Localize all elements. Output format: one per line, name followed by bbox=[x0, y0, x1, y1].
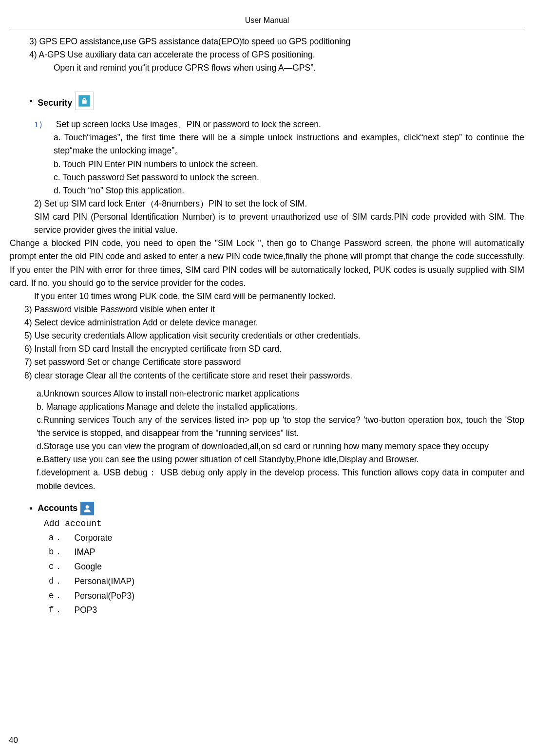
account-text: Google bbox=[75, 560, 102, 574]
security-item-6: 6) Install from SD card Install the encr… bbox=[10, 342, 524, 356]
item-number-1: 1） bbox=[34, 118, 47, 131]
security-item-1a: a. Touch“images”, the first time there w… bbox=[10, 131, 524, 157]
account-text: POP3 bbox=[75, 603, 97, 618]
security-item-4: 4) Select device administration Add or d… bbox=[10, 316, 524, 329]
person-icon bbox=[80, 502, 94, 515]
security-item-1: 1） Set up screen locks Use images、PIN or… bbox=[34, 118, 524, 131]
gps-line-4: 4) A-GPS Use auxiliary data can accelera… bbox=[10, 48, 524, 61]
account-item-e: e．Personal(PoP3) bbox=[49, 589, 524, 604]
add-account-label: Add account bbox=[10, 517, 524, 531]
account-text: Corporate bbox=[75, 531, 113, 546]
account-item-d: d．Personal(IMAP) bbox=[49, 574, 524, 589]
accounts-list: a．Corporate b．IMAP c．Google d．Personal(I… bbox=[10, 531, 524, 618]
security-item-7: 7) set password Set or change Certificat… bbox=[10, 356, 524, 369]
bullet-icon: ● bbox=[29, 504, 33, 513]
sub-b: b. Manage applications Manage and delete… bbox=[10, 400, 524, 414]
bullet-icon: ● bbox=[29, 96, 33, 106]
gps-line-3: 3) GPS EPO assistance,use GPS assistance… bbox=[10, 35, 524, 48]
security-item-5: 5) Use security credentials Allow applic… bbox=[10, 329, 524, 342]
security-item-3: 3) Password visible Password visible whe… bbox=[10, 303, 524, 316]
security-item-1d: d. Touch “no” Stop this application. bbox=[10, 184, 524, 197]
svg-point-1 bbox=[86, 505, 89, 509]
accounts-label: Accounts bbox=[38, 502, 77, 515]
sub-e: e.Battery use you can see the using powe… bbox=[10, 453, 524, 466]
lock-icon bbox=[75, 92, 94, 110]
security-item-1c: c. Touch password Set password to unlock… bbox=[10, 171, 524, 184]
account-letter: d． bbox=[49, 574, 63, 589]
account-text: IMAP bbox=[75, 545, 95, 560]
sub-a: a.Unknown sources Allow to install non-e… bbox=[10, 387, 524, 400]
account-letter: c． bbox=[49, 560, 63, 574]
page-number: 40 bbox=[9, 736, 18, 745]
account-item-a: a．Corporate bbox=[49, 531, 524, 546]
account-letter: b． bbox=[49, 545, 63, 560]
security-item-1b: b. Touch PIN Enter PIN numbers to unlock… bbox=[10, 158, 524, 171]
account-text: Personal(PoP3) bbox=[75, 589, 135, 604]
sub-f: f.development a. USB debug： USB debug on… bbox=[10, 466, 524, 492]
security-item-8: 8) clear storage Clear all the contents … bbox=[10, 369, 524, 382]
page-header: User Manual bbox=[10, 15, 524, 30]
security-item-2: 2) Set up SIM card lock Enter（4-8numbers… bbox=[10, 197, 524, 210]
account-item-f: f．POP3 bbox=[49, 603, 524, 618]
account-letter: f． bbox=[49, 603, 63, 618]
accounts-heading: ● Accounts bbox=[10, 502, 524, 515]
security-label: Security bbox=[38, 96, 72, 110]
puk-line: If you enter 10 times wrong PUK code, th… bbox=[10, 290, 524, 303]
account-item-b: b．IMAP bbox=[49, 545, 524, 560]
gps-line-4b: Open it and remind you“it produce GPRS f… bbox=[10, 61, 524, 75]
sim-paragraph: SIM card PIN (Personal Identification Nu… bbox=[10, 210, 524, 237]
change-paragraph: Change a blocked PIN code, you need to o… bbox=[10, 237, 524, 290]
sub-c: c.Running services Touch any of the serv… bbox=[10, 414, 524, 440]
account-letter: a． bbox=[49, 531, 63, 546]
account-letter: e． bbox=[49, 589, 63, 604]
account-text: Personal(IMAP) bbox=[75, 574, 135, 589]
security-heading: ● Security bbox=[10, 92, 524, 110]
item-text-1: Set up screen locks Use images、PIN or pa… bbox=[56, 118, 321, 131]
account-item-c: c．Google bbox=[49, 560, 524, 574]
sub-d: d.Storage use you can view the program o… bbox=[10, 440, 524, 453]
